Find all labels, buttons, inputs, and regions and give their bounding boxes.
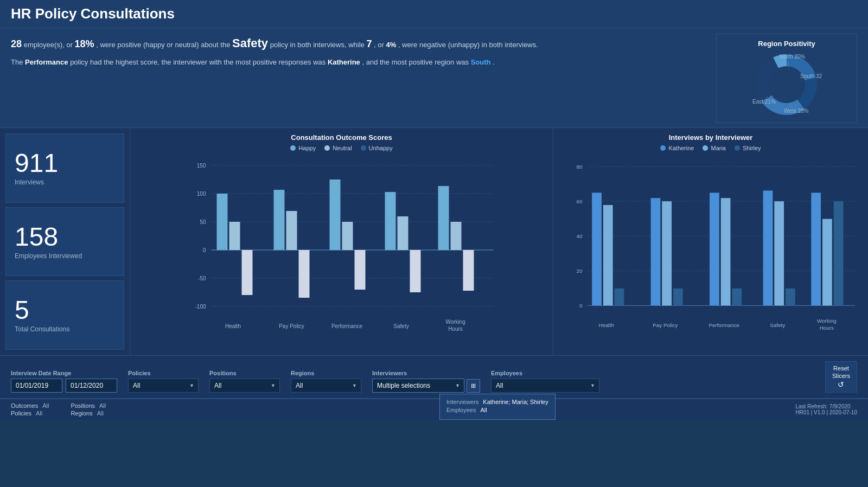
employees-select[interactable]: All <box>491 379 599 393</box>
svg-text:0: 0 <box>579 303 583 309</box>
bar-performance-unhappy <box>355 250 366 290</box>
filter-date-range-group: Interview Date Range <box>11 370 117 393</box>
kpi-employees-label: Employees Interviewed <box>15 252 115 260</box>
filter-employees-group: Employees All <box>491 370 599 393</box>
footer-regions-val: All <box>97 410 104 416</box>
svg-text:Working: Working <box>817 318 837 324</box>
summary-line1: 28 employee(s), or 18% , were positive (… <box>11 34 705 53</box>
bar-workinghours-unhappy <box>463 250 474 291</box>
policies-select-wrapper: All Health Pay Policy Performance Safety… <box>128 379 199 393</box>
donut-chart: North 20% South 32% East 21% West 28% <box>751 52 822 117</box>
employees-select-wrapper: All <box>491 379 599 393</box>
date-range-inputs <box>11 379 117 393</box>
legend-happy: Happy <box>290 145 316 151</box>
svg-text:Safety: Safety <box>770 322 785 328</box>
svg-text:40: 40 <box>576 233 582 239</box>
footer-positions: Positions All Regions All <box>71 402 106 416</box>
bar-safety-unhappy <box>410 250 421 292</box>
legend-shirley-dot <box>735 145 740 151</box>
bar-performance-neutral <box>342 222 353 250</box>
footer-regions-row: Regions All <box>71 410 106 416</box>
slicers-label: Slicers <box>832 373 850 379</box>
bar-safety-shirley <box>786 289 795 306</box>
legend-katherine-dot <box>660 145 666 151</box>
filter-positions-group: Positions All <box>209 370 280 393</box>
kpi-interviews-label: Interviews <box>15 178 115 186</box>
legend-maria: Maria <box>703 145 726 151</box>
legend-unhappy-dot <box>361 145 366 151</box>
interviewers-select[interactable]: Multiple selections Katherine Maria Shir… <box>372 379 464 393</box>
kpi-interviews-value: 911 <box>15 150 115 176</box>
svg-text:150: 150 <box>197 163 206 169</box>
bar-health-unhappy <box>242 250 253 295</box>
bar-safety-neutral <box>398 216 409 250</box>
footer-positions-val: All <box>99 402 106 409</box>
filter-regions-label: Regions <box>291 370 361 376</box>
svg-text:Health: Health <box>599 322 614 328</box>
main-content: 911 Interviews 158 Employees Interviewed… <box>0 128 868 356</box>
consultation-svg: 150 100 50 0 -50 -100 <box>138 155 545 334</box>
region-positivity-card: Region Positivity <box>716 34 857 123</box>
summary-text: 28 employee(s), or 18% , were positive (… <box>11 34 705 68</box>
regions-select[interactable]: All North South East West <box>291 379 361 393</box>
date-end-input[interactable] <box>66 379 117 393</box>
svg-text:Health: Health <box>225 323 241 329</box>
regions-select-wrapper: All North South East West <box>291 379 361 393</box>
filter-interviewers-label: Interviewers <box>372 370 480 376</box>
tooltip-interviewers-row: Interviewers Katherine; Maria; Shirley <box>446 399 548 405</box>
footer-outcomes: Outcomes All Policies All <box>11 402 49 416</box>
svg-text:50: 50 <box>200 219 206 225</box>
filter-employees-label: Employees <box>491 370 599 376</box>
version: HR01 | V1.0 | 2020-07-10 <box>795 409 857 415</box>
reset-slicers-button[interactable]: Reset Slicers ↺ <box>825 361 857 393</box>
legend-happy-label: Happy <box>298 145 316 151</box>
footer-right: Last Refresh: 7/9/2020 HR01 | V1.0 | 202… <box>795 403 857 415</box>
svg-text:-100: -100 <box>195 304 206 310</box>
footer-policies-val: All <box>36 410 42 416</box>
tooltip-employees-val: All <box>480 407 487 413</box>
summary-num1: 28 <box>11 39 22 49</box>
svg-text:Performance: Performance <box>331 323 363 329</box>
filter-policies-group: Policies All Health Pay Policy Performan… <box>128 370 199 393</box>
date-start-input[interactable] <box>11 379 62 393</box>
footer-outcomes-row: Outcomes All <box>11 402 49 409</box>
kpi-interviews: 911 Interviews <box>5 133 124 203</box>
legend-katherine-label: Katherine <box>668 145 694 151</box>
kpi-employees-value: 158 <box>15 224 115 250</box>
summary-num2: 7 <box>366 39 372 49</box>
svg-text:Hours: Hours <box>448 326 463 332</box>
tooltip-box: Interviewers Katherine; Maria; Shirley E… <box>439 394 556 420</box>
legend-unhappy-label: Unhappy <box>369 145 393 151</box>
filters-bar: Interview Date Range Policies All Health… <box>0 356 868 399</box>
interviewer-svg: 80 60 40 20 0 Health Pay <box>561 155 860 334</box>
svg-text:80: 80 <box>576 164 582 170</box>
bar-workinghours-shirley <box>834 201 844 305</box>
svg-text:Performance: Performance <box>709 322 739 328</box>
bar-health-maria <box>603 205 613 305</box>
svg-text:Hours: Hours <box>820 325 834 331</box>
svg-text:60: 60 <box>576 198 582 204</box>
bar-health-happy <box>217 194 228 250</box>
page-title: HR Policy Consultations <box>11 5 857 22</box>
summary-region: South <box>471 58 491 66</box>
footer-left: Outcomes All Policies All Positions All … <box>11 402 106 416</box>
footer-positions-label: Positions <box>71 402 95 409</box>
interviewers-filter-icon[interactable]: ⊞ <box>467 379 480 393</box>
positions-select[interactable]: All <box>209 379 280 393</box>
svg-text:Pay Policy: Pay Policy <box>279 323 304 329</box>
consultation-chart-area: 150 100 50 0 -50 -100 <box>138 155 545 334</box>
reset-icon: ↺ <box>838 380 844 389</box>
summary-bar: 28 employee(s), or 18% , were positive (… <box>0 28 868 128</box>
svg-text:West 28%: West 28% <box>784 108 808 114</box>
bar-performance-happy <box>330 180 341 250</box>
legend-neutral-dot <box>324 145 330 151</box>
summary-pct2: 4% <box>386 41 396 49</box>
tooltip-interviewers-label: Interviewers <box>446 399 478 405</box>
legend-neutral-label: Neutral <box>333 145 352 151</box>
svg-text:Working: Working <box>445 319 465 325</box>
footer-policies-label: Policies <box>11 410 31 416</box>
bar-workinghours-neutral <box>451 222 462 250</box>
svg-text:North 20%: North 20% <box>780 54 805 60</box>
policies-select[interactable]: All Health Pay Policy Performance Safety… <box>128 379 199 393</box>
kpi-consultations-value: 5 <box>15 297 115 323</box>
